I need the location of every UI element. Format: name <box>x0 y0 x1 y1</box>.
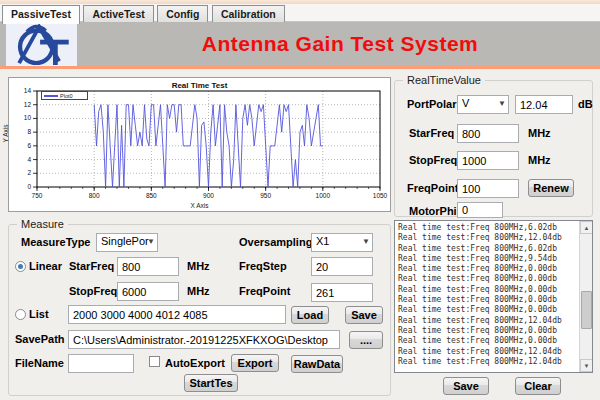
svg-text:2: 2 <box>27 169 31 176</box>
svg-text:800: 800 <box>89 192 100 199</box>
scroll-down-icon[interactable]: ▼ <box>580 359 593 372</box>
scroll-up-icon[interactable]: ▲ <box>580 221 593 234</box>
list-field[interactable] <box>68 305 286 324</box>
filename-label: FileName <box>15 357 64 369</box>
log-lines: Real time test:Freq 800MHz,6.02dbReal ti… <box>398 223 578 367</box>
list-radio[interactable] <box>15 309 26 320</box>
log-line: Real time test:Freq 800MHz,6.02db <box>398 223 578 233</box>
svg-text:900: 900 <box>203 192 214 199</box>
portpolar-label: PortPolar <box>407 98 457 110</box>
chart-y-axis-label: Y Axis <box>2 125 9 143</box>
chart-x-axis-label: X Axis <box>9 202 390 209</box>
svg-text:6: 6 <box>27 142 31 149</box>
browse-button[interactable]: .... <box>349 331 383 349</box>
m-freqpoint-label: FreqPoint <box>239 285 290 297</box>
oversampling-select[interactable]: X1 ▼ <box>311 233 373 252</box>
svg-text:12: 12 <box>24 101 32 108</box>
m-stopfreq-label: StopFreq <box>69 285 117 297</box>
tab-passivetest[interactable]: PassiveTest <box>2 5 80 24</box>
log-line: Real time test:Freq 800MHz,12.04db <box>398 316 578 326</box>
starttest-button[interactable]: StartTes <box>184 374 238 392</box>
rawdata-button[interactable]: RawData <box>291 355 343 373</box>
realtimevalue-group-label: RealTimeValue <box>403 74 485 86</box>
chevron-down-icon: ▼ <box>498 99 506 108</box>
legend-label: Plot0 <box>60 93 73 99</box>
svg-text:4: 4 <box>27 156 31 163</box>
log-scrollbar[interactable]: ▲ ▼ <box>579 221 592 372</box>
chart-title: Real Time Test <box>9 81 390 90</box>
svg-text:850: 850 <box>146 192 157 199</box>
measuretype-select[interactable]: SinglePor ▼ <box>96 233 158 252</box>
log-line: Real time test:Freq 800MHz,0.00db <box>398 274 578 284</box>
m-starfreq-field[interactable] <box>117 257 179 276</box>
freqstep-label: FreqStep <box>239 260 287 272</box>
scrollbar-thumb[interactable] <box>581 291 592 329</box>
rt-starfreq-unit: MHz <box>528 127 551 139</box>
tab-config[interactable]: Config <box>157 5 208 23</box>
freqstep-field[interactable] <box>311 257 373 276</box>
autoexport-label: AutoExport <box>165 357 225 369</box>
m-stopfreq-field[interactable] <box>117 282 179 301</box>
log-line: Real time test:Freq 800MHz,12.04db <box>398 233 578 243</box>
svg-text:750: 750 <box>32 192 43 199</box>
log-line: Real time test:Freq 800MHz,0.00db <box>398 264 578 274</box>
legend-line-sample <box>44 95 58 97</box>
rt-starfreq-field[interactable] <box>457 124 519 143</box>
svg-text:0: 0 <box>27 183 31 190</box>
tab-activetest[interactable]: ActiveTest <box>83 5 153 23</box>
agt-logo-icon <box>13 23 71 65</box>
export-button[interactable]: Export <box>231 354 279 372</box>
linear-radio[interactable] <box>15 261 26 272</box>
chart-legend: Plot0 <box>41 91 88 100</box>
log-line: Real time test:Freq 800MHz,0.00db <box>398 295 578 305</box>
rt-freqpoint-field[interactable] <box>457 179 519 198</box>
filename-field[interactable] <box>68 354 134 373</box>
savepath-label: SavePath <box>15 333 65 345</box>
measuretype-value: SinglePor <box>101 235 149 247</box>
tab-calibration[interactable]: Calibration <box>212 5 285 23</box>
list-label: List <box>29 308 49 320</box>
realtimevalue-group: RealTimeValue PortPolar V ▼ dB StarFreq … <box>394 80 593 217</box>
svg-text:10: 10 <box>24 114 32 121</box>
chevron-down-icon: ▼ <box>147 237 155 246</box>
log-clear-button[interactable]: Clear <box>515 377 561 395</box>
log-line: Real time test:Freq 800MHz,12.04db <box>398 357 578 367</box>
rt-freqpoint-label: FreqPoint <box>407 182 458 194</box>
rt-stopfreq-field[interactable] <box>457 151 519 170</box>
motorphi-label: MotorPhi <box>409 205 457 217</box>
rt-stopfreq-label: StopFreq <box>409 154 457 166</box>
log-line: Real time test:Freq 800MHz,6.02db <box>398 244 578 254</box>
oversampling-label: Oversampling <box>239 236 312 248</box>
log-save-button[interactable]: Save <box>443 377 489 395</box>
log-line: Real time test:Freq 800MHz,0.00db <box>398 285 578 295</box>
rt-stopfreq-unit: MHz <box>528 154 551 166</box>
measure-group-label: Measure <box>17 218 68 230</box>
portpolar-select[interactable]: V ▼ <box>457 95 509 114</box>
linear-label: Linear <box>29 260 62 272</box>
savepath-field[interactable] <box>68 330 340 349</box>
log-line: Real time test:Freq 800MHz,12.04db <box>398 347 578 357</box>
realtime-chart: Real Time Test Plot0 7508008509009501000… <box>8 77 391 212</box>
header-banner: Antenna Gain Test System <box>0 22 600 69</box>
measure-group: Measure MeasureType SinglePor ▼ Oversamp… <box>8 224 391 396</box>
tab-bar: PassiveTest ActiveTest Config Calibratio… <box>0 4 600 22</box>
renew-button[interactable]: Renew <box>528 179 574 197</box>
gain-value-field[interactable] <box>515 95 573 114</box>
autoexport-checkbox[interactable] <box>149 356 160 367</box>
gain-unit-label: dB <box>578 98 593 110</box>
chevron-down-icon: ▼ <box>362 237 370 246</box>
load-button[interactable]: Load <box>291 306 329 324</box>
m-freqpoint-field[interactable] <box>311 283 373 302</box>
log-line: Real time test:Freq 800MHz,0.00db <box>398 305 578 315</box>
m-starfreq-label: StarFreq <box>69 260 114 272</box>
realtime-log-list[interactable]: Real time test:Freq 800MHz,6.02dbReal ti… <box>394 220 593 373</box>
m-starfreq-unit: MHz <box>187 260 210 272</box>
log-line: Real time test:Freq 800MHz,0.00db <box>398 326 578 336</box>
log-line: Real time test:Freq 800MHz,9.54db <box>398 254 578 264</box>
motorphi-field[interactable] <box>457 202 503 218</box>
list-save-button[interactable]: Save <box>345 306 383 324</box>
portpolar-value: V <box>462 97 469 109</box>
svg-text:1050: 1050 <box>373 192 388 199</box>
log-line: Real time test:Freq 800MHz,0.00db <box>398 336 578 346</box>
rt-starfreq-label: StarFreq <box>409 127 454 139</box>
